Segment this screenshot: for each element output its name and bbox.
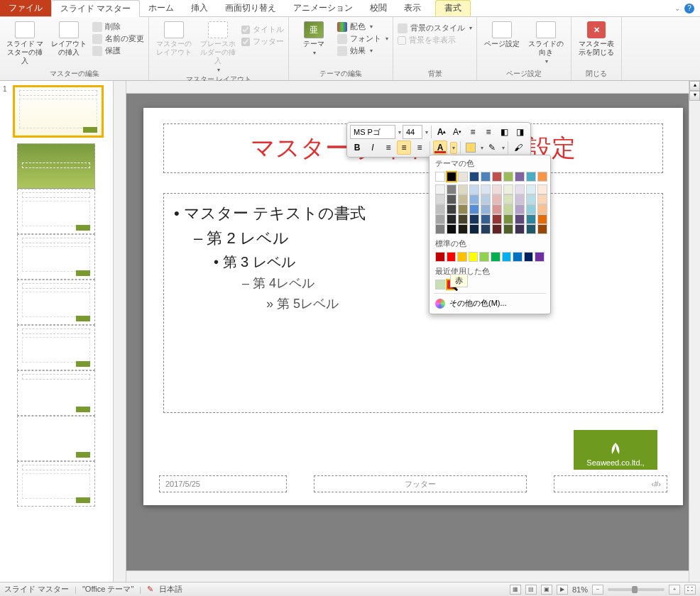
color-swatch[interactable]	[515, 214, 525, 224]
outline-color-button[interactable]: ✎	[485, 140, 499, 155]
view-tab[interactable]: 表示	[395, 0, 430, 16]
effects-button[interactable]: 効果▾	[337, 45, 388, 56]
color-swatch[interactable]	[513, 252, 523, 262]
slide-canvas[interactable]: マスター タイトル 設定 マスター テキストの書式 第 2 レベル 第 3 レベ…	[143, 108, 683, 505]
color-swatch[interactable]	[492, 184, 502, 194]
slide-master-tab[interactable]: スライド マスター	[51, 0, 140, 17]
slide-thumbnail-panel[interactable]: 1	[0, 81, 114, 582]
color-swatch[interactable]	[469, 204, 479, 214]
status-zoom[interactable]: 81%	[572, 585, 588, 594]
color-swatch[interactable]	[491, 252, 501, 262]
color-swatch[interactable]	[481, 184, 491, 194]
color-swatch[interactable]	[537, 214, 547, 224]
color-swatch[interactable]	[435, 184, 445, 194]
color-swatch[interactable]	[469, 194, 479, 204]
format-painter-button[interactable]: 🖌	[511, 140, 525, 155]
italic-button[interactable]: I	[366, 140, 380, 155]
color-swatch[interactable]	[515, 172, 525, 182]
font-color-button[interactable]: A	[433, 140, 447, 155]
layout-thumbnail[interactable]	[17, 143, 95, 189]
color-swatch[interactable]	[503, 224, 513, 234]
font-name-input[interactable]: MS Pゴ	[350, 125, 395, 139]
color-swatch[interactable]	[447, 194, 456, 204]
color-swatch[interactable]	[481, 214, 491, 224]
review-tab[interactable]: 校閲	[361, 0, 395, 16]
file-tab[interactable]: ファイル	[0, 0, 51, 16]
layout-thumbnail[interactable]	[17, 325, 95, 370]
layout-thumbnail[interactable]	[17, 189, 95, 234]
transition-tab[interactable]: 画面切り替え	[217, 0, 285, 16]
color-swatch[interactable]	[537, 184, 547, 194]
align-right-button[interactable]: ≡	[412, 140, 427, 155]
color-swatch[interactable]	[435, 194, 445, 204]
color-swatch[interactable]	[458, 194, 468, 204]
increase-indent-button[interactable]: ≡	[481, 125, 496, 139]
color-swatch[interactable]	[526, 194, 536, 204]
color-swatch[interactable]	[535, 252, 545, 262]
color-swatch[interactable]	[481, 204, 491, 214]
reading-view-button[interactable]: ▣	[541, 585, 552, 595]
color-swatch[interactable]	[481, 194, 491, 204]
grow-font-button[interactable]: A▴	[434, 125, 449, 139]
color-swatch[interactable]	[458, 184, 468, 194]
layout-thumbnail[interactable]	[17, 416, 95, 461]
zoom-in-button[interactable]: +	[669, 585, 680, 595]
more-colors-button[interactable]: その他の色(M)...	[430, 296, 550, 311]
color-swatch[interactable]	[526, 172, 536, 182]
color-swatch[interactable]	[447, 214, 456, 224]
color-swatch[interactable]	[492, 172, 502, 182]
insert-slide-master-button[interactable]: スライド マスターの挿入	[4, 18, 45, 65]
color-swatch[interactable]	[469, 252, 478, 262]
color-swatch[interactable]	[492, 214, 502, 224]
footer-placeholder[interactable]: フッター	[314, 475, 527, 492]
preserve-button[interactable]: 保護	[92, 45, 144, 56]
color-swatch[interactable]	[435, 172, 445, 182]
color-swatch[interactable]	[492, 204, 502, 214]
color-swatch[interactable]	[435, 280, 445, 289]
home-tab[interactable]: ホーム	[140, 0, 182, 16]
page-setup-button[interactable]: ページ設定	[481, 18, 523, 48]
colors-button[interactable]: 配色▾	[337, 21, 388, 32]
animation-tab[interactable]: アニメーション	[285, 0, 361, 16]
color-swatch[interactable]	[515, 184, 525, 194]
rename-button[interactable]: 名前の変更	[92, 33, 144, 44]
color-swatch[interactable]	[503, 204, 513, 214]
color-swatch[interactable]	[469, 214, 479, 224]
color-swatch[interactable]	[447, 252, 456, 262]
color-swatch[interactable]	[524, 252, 534, 262]
format-tab[interactable]: 書式	[435, 0, 471, 16]
fonts-button[interactable]: フォント▾	[337, 33, 388, 44]
spellcheck-icon[interactable]: ✎	[147, 585, 153, 594]
color-swatch[interactable]	[503, 214, 513, 224]
theme-button[interactable]: 亜テーマ▾	[293, 18, 334, 56]
layout-thumbnail[interactable]	[17, 461, 95, 507]
color-swatch[interactable]	[458, 172, 468, 182]
color-swatch[interactable]	[492, 224, 502, 234]
color-swatch[interactable]	[457, 252, 467, 262]
color-swatch[interactable]	[481, 224, 491, 234]
delete-button[interactable]: 削除	[92, 21, 144, 32]
color-swatch[interactable]	[537, 224, 547, 234]
horizontal-scrollbar[interactable]	[126, 570, 689, 582]
body-placeholder[interactable]: マスター テキストの書式 第 2 レベル 第 3 レベル 第 4レベル 第 5レ…	[163, 193, 663, 413]
color-swatch[interactable]	[458, 224, 468, 234]
color-swatch[interactable]	[435, 214, 445, 224]
color-swatch[interactable]	[447, 224, 456, 234]
insert-tab[interactable]: 挿入	[182, 0, 217, 16]
align-center-button[interactable]: ≡	[397, 140, 411, 155]
color-swatch[interactable]	[526, 224, 536, 234]
sorter-view-button[interactable]: ▤	[525, 585, 537, 595]
color-swatch[interactable]	[458, 214, 468, 224]
send-backward-button[interactable]: ◨	[513, 125, 527, 139]
normal-view-button[interactable]: ▦	[510, 585, 521, 595]
color-swatch[interactable]	[469, 184, 479, 194]
color-swatch[interactable]	[479, 252, 489, 262]
color-swatch[interactable]	[502, 252, 512, 262]
color-swatch[interactable]	[537, 194, 547, 204]
color-swatch[interactable]	[515, 204, 525, 214]
status-language[interactable]: 日本語	[159, 584, 182, 595]
fill-color-button[interactable]	[464, 140, 478, 155]
color-swatch[interactable]	[515, 194, 525, 204]
layout-thumbnail[interactable]	[17, 370, 95, 416]
color-swatch[interactable]	[492, 194, 502, 204]
